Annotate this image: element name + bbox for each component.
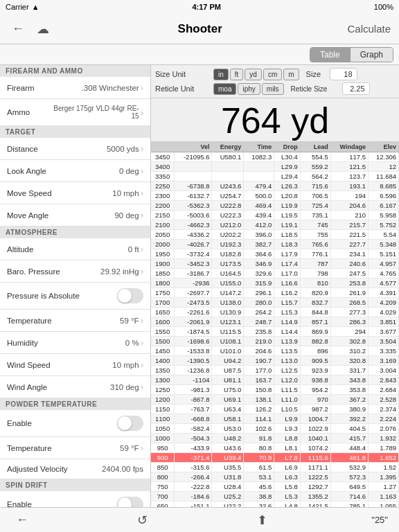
share-toolbar-icon[interactable]: ⬆ (251, 513, 274, 528)
table-cell-3: 469.4 (244, 201, 274, 211)
nav-title: Shooter (178, 22, 222, 36)
unit-btn-m[interactable]: m (283, 69, 299, 80)
ammo-row[interactable]: Ammo Berger 175gr VLD 44gr RE-15 › (0, 99, 150, 126)
altitude-label: Altitude (7, 245, 33, 254)
move-angle-row[interactable]: Move Angle 90 deg › (0, 204, 150, 227)
altitude-row[interactable]: Altitude 0 ft › (0, 238, 150, 260)
table-cell-3: 126.2 (244, 405, 274, 414)
temperature-row[interactable]: Temperature 59 °F › (0, 310, 150, 332)
table-cell-7: 5.348 (368, 240, 398, 249)
table-cell-5: 1074.2 (300, 443, 330, 453)
table-cell-6: 532.9 (330, 463, 368, 472)
table-cell-5: 725.4 (300, 201, 330, 211)
table-cell-5: 1040.1 (300, 434, 330, 443)
table-cell-4: L26.3 (274, 181, 301, 191)
table-cell-5: 1171.1 (300, 463, 330, 472)
table-cell-2: U94.2 (212, 356, 244, 366)
section-firearm-ammo: FIREARM AND AMMO (0, 65, 150, 77)
move-speed-row[interactable]: Move Speed 10 mph › (0, 182, 150, 204)
table-cell-2: U101.0 (212, 346, 244, 356)
tab-graph[interactable]: Graph (351, 48, 393, 62)
wifi-icon: ▲ (32, 3, 39, 11)
ballistic-table[interactable]: Vel Energy Time Drop Lead Windage Elev 3… (151, 142, 399, 507)
table-cell-5: 1022.9 (300, 424, 330, 434)
table-cell-0: 950 (151, 443, 175, 453)
table-cell-1: -371.4 (175, 453, 212, 463)
wind-speed-row[interactable]: Wind Speed 10 mph › (0, 354, 150, 376)
table-row: 2150-5003.6U222.3439.4L19.5735.12105.958 (151, 211, 399, 220)
table-cell-4: L8.8 (274, 434, 301, 443)
look-angle-row[interactable]: Look Angle 0 deg › (0, 160, 150, 182)
spin-enable-toggle[interactable] (117, 497, 143, 507)
firearm-label: Firearm (7, 84, 35, 92)
table-cell-5: 844.8 (300, 308, 330, 317)
table-cell-4: L29.9 (274, 162, 301, 172)
spin-enable-label: Enable (7, 500, 32, 507)
wind-angle-row[interactable]: Wind Angle 310 deg › (0, 376, 150, 398)
table-cell-6: 380.9 (330, 405, 368, 414)
table-row: 850-315.6U35.561.5L6.91171.1532.91.52 (151, 463, 399, 472)
table-cell-6: 194 (330, 191, 368, 201)
table-cell-5: 787 (300, 259, 330, 269)
tab-table[interactable]: Table (310, 48, 351, 62)
size-unit-row: Size Unit in ft yd cm m Size 18 (155, 68, 395, 80)
back-toolbar-icon[interactable]: ← (11, 513, 33, 527)
table-cell-4: L19.1 (274, 220, 301, 230)
segment-control[interactable]: Table Graph (310, 47, 393, 62)
table-cell-5: 554.5 (300, 152, 330, 162)
table-cell-3: 315.9 (244, 278, 274, 288)
table-cell-6: 404.5 (330, 424, 368, 434)
config-bar: Size Unit in ft yd cm m Size 18 Reticle … (151, 65, 399, 98)
cloud-icon[interactable]: ☁ (33, 19, 53, 39)
table-cell-5: 776.1 (300, 249, 330, 259)
status-time: 4:17 PM (192, 3, 221, 11)
calculate-label[interactable]: Calculate (347, 23, 391, 35)
table-cell-2: U63.4 (212, 405, 244, 414)
reticle-btn-moa[interactable]: moa (213, 83, 236, 95)
table-row: 1250-981.3U75.0150.8L11.5954.2353.82.684 (151, 385, 399, 395)
unit-btn-cm[interactable]: cm (263, 69, 282, 80)
baro-pressure-row[interactable]: Baro. Pressure 29.92 inHg › (0, 260, 150, 283)
table-cell-4: L14.4 (274, 327, 301, 337)
table-cell-4: L15.7 (274, 298, 301, 308)
table-row: 1800-2936U155.0315.9L16.6810253.84.577 (151, 278, 399, 288)
table-row: 2000-4026.7U192.3382.7L18.3765.6227.75.3… (151, 240, 399, 249)
reticle-unit-group[interactable]: moa iphy mils (213, 83, 284, 95)
table-cell-5: 938.8 (300, 375, 330, 385)
back-icon[interactable]: ← (8, 19, 28, 39)
reticle-size-value[interactable]: 2.25 (342, 82, 370, 95)
size-unit-group[interactable]: in ft yd cm m (213, 69, 299, 80)
firearm-row[interactable]: Firearm .308 Winchester › (0, 77, 150, 99)
humidity-row[interactable]: Humidity 0 % › (0, 332, 150, 354)
unit-btn-ft[interactable]: ft (230, 69, 244, 80)
refresh-toolbar-icon[interactable]: ↺ (131, 513, 153, 528)
reticle-btn-mils[interactable]: mils (262, 83, 284, 95)
table-cell-5: 820.9 (300, 288, 330, 298)
distance-row[interactable]: Distance 5000 yds › (0, 138, 150, 160)
table-cell-0: 1800 (151, 278, 175, 288)
table-cell-7: 1.932 (368, 434, 398, 443)
table-cell-3: 80.8 (244, 443, 274, 453)
table-cell-5: 765.6 (300, 240, 330, 249)
powder-enable-toggle[interactable] (117, 416, 143, 431)
table-row: 2200-5362.3U222.8469.4L19.9725.4204.66.1… (151, 201, 399, 211)
table-cell-0: 1250 (151, 385, 175, 395)
toolbar-center-label: "25" (371, 515, 388, 525)
table-row: 1100-668.8U58.1114.1L9.91004.7392.22.224 (151, 414, 399, 424)
wind-angle-value: 310 deg › (110, 382, 143, 392)
table-cell-5: 857.1 (300, 317, 330, 327)
table-row: 1050-582.4U53.0102.6L9.31022.9404.52.076 (151, 424, 399, 434)
ammo-value: Berger 175gr VLD 44gr RE-15 › (53, 105, 143, 120)
size-label: Size (306, 70, 327, 78)
pressure-absolute-toggle[interactable] (117, 288, 143, 303)
table-cell-4: L9.9 (274, 414, 301, 424)
size-value[interactable]: 18 (330, 68, 357, 80)
table-cell-2: U173.5 (212, 259, 244, 269)
table-body: 3450-21095.6U580.11082.3L30.4554.5117.51… (151, 152, 399, 508)
powder-temp-label: Temperature (7, 444, 52, 452)
reticle-btn-iphy[interactable]: iphy (238, 83, 260, 95)
unit-btn-in[interactable]: in (213, 69, 229, 80)
table-cell-6: 392.2 (330, 414, 368, 424)
unit-btn-yd[interactable]: yd (245, 69, 262, 80)
powder-temp-row[interactable]: Temperature 59 °F › (0, 437, 150, 459)
